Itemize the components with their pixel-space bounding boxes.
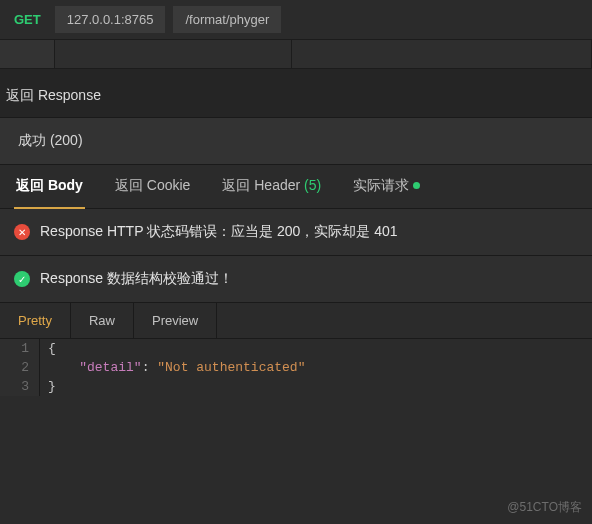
tab-actual-label: 实际请求 xyxy=(353,177,409,193)
check-icon: ✓ xyxy=(14,271,30,287)
tab-header[interactable]: 返回 Header (5) xyxy=(220,165,323,209)
request-host[interactable]: 127.0.0.1:8765 xyxy=(55,6,166,33)
tab-cookie[interactable]: 返回 Cookie xyxy=(113,165,192,209)
request-bar: GET 127.0.0.1:8765 /format/phyger xyxy=(0,0,592,39)
params-row xyxy=(0,39,592,69)
validation-ok-text: Response 数据结构校验通过！ xyxy=(40,270,233,288)
view-tab-raw[interactable]: Raw xyxy=(71,303,134,338)
code-line: 3 } xyxy=(0,377,592,396)
tab-header-count: (5) xyxy=(304,177,321,193)
response-body-code[interactable]: 1 { 2 "detail": "Not authenticated" 3 } xyxy=(0,339,592,396)
line-number: 1 xyxy=(0,339,40,358)
error-icon: ✕ xyxy=(14,224,30,240)
watermark: @51CTO博客 xyxy=(507,499,582,516)
code-text: { xyxy=(40,339,64,358)
http-method[interactable]: GET xyxy=(8,8,47,31)
code-text: "detail": "Not authenticated" xyxy=(40,358,313,377)
validation-error-row: ✕ Response HTTP 状态码错误：应当是 200，实际却是 401 xyxy=(0,209,592,256)
validation-error-text: Response HTTP 状态码错误：应当是 200，实际却是 401 xyxy=(40,223,398,241)
response-section-title: 返回 Response xyxy=(0,69,592,117)
validation-ok-row: ✓ Response 数据结构校验通过！ xyxy=(0,256,592,303)
code-line: 2 "detail": "Not authenticated" xyxy=(0,358,592,377)
code-line: 1 { xyxy=(0,339,592,358)
tab-actual-request[interactable]: 实际请求 xyxy=(351,165,422,209)
status-dot-icon xyxy=(413,182,420,189)
line-number: 2 xyxy=(0,358,40,377)
view-tab-pretty[interactable]: Pretty xyxy=(0,303,71,338)
tab-header-label: 返回 Header xyxy=(222,177,300,193)
code-text: } xyxy=(40,377,64,396)
view-tab-preview[interactable]: Preview xyxy=(134,303,217,338)
response-tabs: 返回 Body 返回 Cookie 返回 Header (5) 实际请求 xyxy=(0,165,592,209)
view-tabs: Pretty Raw Preview xyxy=(0,303,592,339)
request-path[interactable]: /format/phyger xyxy=(173,6,281,33)
tab-body[interactable]: 返回 Body xyxy=(14,165,85,209)
status-row[interactable]: 成功 (200) xyxy=(0,117,592,165)
line-number: 3 xyxy=(0,377,40,396)
